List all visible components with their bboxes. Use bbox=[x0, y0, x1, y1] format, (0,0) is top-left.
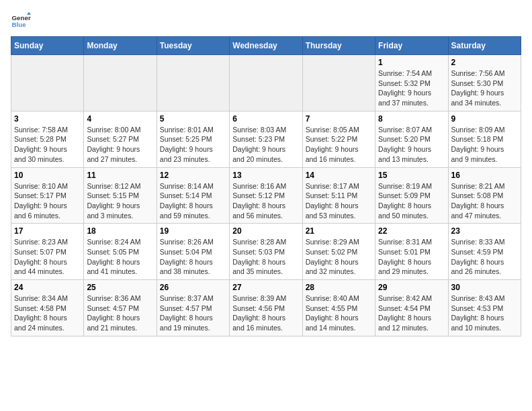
calendar-cell: 3Sunrise: 7:58 AM Sunset: 5:28 PM Daylig… bbox=[11, 111, 84, 167]
day-number: 7 bbox=[306, 114, 372, 124]
calendar-cell: 1Sunrise: 7:54 AM Sunset: 5:32 PM Daylig… bbox=[375, 55, 448, 111]
day-info: Sunrise: 7:54 AM Sunset: 5:32 PM Dayligh… bbox=[378, 68, 445, 108]
calendar-cell: 2Sunrise: 7:56 AM Sunset: 5:30 PM Daylig… bbox=[448, 55, 521, 111]
calendar-cell: 8Sunrise: 8:07 AM Sunset: 5:20 PM Daylig… bbox=[375, 111, 448, 167]
day-info: Sunrise: 8:37 AM Sunset: 4:57 PM Dayligh… bbox=[160, 293, 226, 333]
day-info: Sunrise: 8:34 AM Sunset: 4:58 PM Dayligh… bbox=[14, 293, 81, 333]
calendar-cell bbox=[11, 55, 84, 111]
calendar-cell: 25Sunrise: 8:36 AM Sunset: 4:57 PM Dayli… bbox=[84, 280, 157, 336]
day-number: 16 bbox=[451, 171, 518, 180]
calendar-cell bbox=[84, 55, 157, 111]
day-info: Sunrise: 8:40 AM Sunset: 4:55 PM Dayligh… bbox=[306, 293, 372, 333]
logo: General Blue bbox=[11, 11, 31, 31]
day-number: 30 bbox=[451, 283, 518, 292]
day-number: 13 bbox=[232, 171, 299, 180]
weekday-header-wednesday: Wednesday bbox=[230, 37, 302, 55]
day-info: Sunrise: 8:05 AM Sunset: 5:22 PM Dayligh… bbox=[306, 125, 372, 165]
calendar-cell: 16Sunrise: 8:21 AM Sunset: 5:08 PM Dayli… bbox=[448, 167, 521, 224]
day-info: Sunrise: 8:36 AM Sunset: 4:57 PM Dayligh… bbox=[87, 293, 153, 333]
weekday-header-friday: Friday bbox=[375, 37, 448, 55]
calendar-table: SundayMondayTuesdayWednesdayThursdayFrid… bbox=[11, 36, 521, 336]
page-header: General Blue bbox=[11, 11, 521, 31]
day-number: 12 bbox=[160, 171, 226, 180]
day-info: Sunrise: 8:16 AM Sunset: 5:12 PM Dayligh… bbox=[232, 181, 299, 221]
day-number: 9 bbox=[451, 114, 518, 124]
calendar-cell bbox=[302, 55, 375, 111]
day-number: 15 bbox=[378, 171, 445, 180]
calendar-cell: 27Sunrise: 8:39 AM Sunset: 4:56 PM Dayli… bbox=[230, 280, 302, 336]
day-number: 21 bbox=[306, 226, 372, 236]
day-info: Sunrise: 8:19 AM Sunset: 5:09 PM Dayligh… bbox=[378, 181, 445, 221]
calendar-cell: 20Sunrise: 8:28 AM Sunset: 5:03 PM Dayli… bbox=[230, 224, 302, 280]
day-info: Sunrise: 8:24 AM Sunset: 5:05 PM Dayligh… bbox=[87, 237, 153, 277]
day-number: 2 bbox=[451, 58, 518, 67]
day-number: 10 bbox=[14, 171, 81, 180]
calendar-cell: 26Sunrise: 8:37 AM Sunset: 4:57 PM Dayli… bbox=[157, 280, 229, 336]
day-number: 6 bbox=[232, 114, 299, 124]
calendar-cell: 5Sunrise: 8:01 AM Sunset: 5:25 PM Daylig… bbox=[157, 111, 229, 167]
day-number: 27 bbox=[232, 283, 299, 292]
calendar-cell: 14Sunrise: 8:17 AM Sunset: 5:11 PM Dayli… bbox=[302, 167, 375, 224]
day-number: 1 bbox=[378, 58, 445, 67]
calendar-week-4: 17Sunrise: 8:23 AM Sunset: 5:07 PM Dayli… bbox=[11, 224, 521, 280]
day-info: Sunrise: 8:23 AM Sunset: 5:07 PM Dayligh… bbox=[14, 237, 81, 277]
weekday-header-thursday: Thursday bbox=[302, 37, 375, 55]
day-info: Sunrise: 8:03 AM Sunset: 5:23 PM Dayligh… bbox=[232, 125, 299, 165]
day-info: Sunrise: 8:07 AM Sunset: 5:20 PM Dayligh… bbox=[378, 125, 445, 165]
day-info: Sunrise: 8:09 AM Sunset: 5:18 PM Dayligh… bbox=[451, 125, 518, 165]
calendar-cell bbox=[157, 55, 229, 111]
calendar-week-3: 10Sunrise: 8:10 AM Sunset: 5:17 PM Dayli… bbox=[11, 167, 521, 224]
calendar-cell: 15Sunrise: 8:19 AM Sunset: 5:09 PM Dayli… bbox=[375, 167, 448, 224]
calendar-cell: 18Sunrise: 8:24 AM Sunset: 5:05 PM Dayli… bbox=[84, 224, 157, 280]
day-number: 8 bbox=[378, 114, 445, 124]
svg-text:Blue: Blue bbox=[12, 21, 27, 28]
day-number: 11 bbox=[87, 171, 153, 180]
day-number: 17 bbox=[14, 226, 81, 236]
day-info: Sunrise: 8:31 AM Sunset: 5:01 PM Dayligh… bbox=[378, 237, 445, 277]
calendar-cell: 22Sunrise: 8:31 AM Sunset: 5:01 PM Dayli… bbox=[375, 224, 448, 280]
calendar-header: SundayMondayTuesdayWednesdayThursdayFrid… bbox=[11, 37, 521, 55]
calendar-week-2: 3Sunrise: 7:58 AM Sunset: 5:28 PM Daylig… bbox=[11, 111, 521, 167]
day-info: Sunrise: 8:17 AM Sunset: 5:11 PM Dayligh… bbox=[306, 181, 372, 221]
day-number: 5 bbox=[160, 114, 226, 124]
day-number: 4 bbox=[87, 114, 153, 124]
day-info: Sunrise: 8:26 AM Sunset: 5:04 PM Dayligh… bbox=[160, 237, 226, 277]
calendar-cell: 21Sunrise: 8:29 AM Sunset: 5:02 PM Dayli… bbox=[302, 224, 375, 280]
day-info: Sunrise: 8:29 AM Sunset: 5:02 PM Dayligh… bbox=[306, 237, 372, 277]
day-number: 29 bbox=[378, 283, 445, 292]
calendar-cell: 28Sunrise: 8:40 AM Sunset: 4:55 PM Dayli… bbox=[302, 280, 375, 336]
day-number: 23 bbox=[451, 226, 518, 236]
svg-text:General: General bbox=[12, 14, 32, 21]
calendar-week-1: 1Sunrise: 7:54 AM Sunset: 5:32 PM Daylig… bbox=[11, 55, 521, 111]
calendar-cell: 29Sunrise: 8:42 AM Sunset: 4:54 PM Dayli… bbox=[375, 280, 448, 336]
calendar-cell bbox=[230, 55, 302, 111]
calendar-cell: 9Sunrise: 8:09 AM Sunset: 5:18 PM Daylig… bbox=[448, 111, 521, 167]
day-number: 3 bbox=[14, 114, 81, 124]
calendar-cell: 17Sunrise: 8:23 AM Sunset: 5:07 PM Dayli… bbox=[11, 224, 84, 280]
day-info: Sunrise: 8:12 AM Sunset: 5:15 PM Dayligh… bbox=[87, 181, 153, 221]
calendar-week-5: 24Sunrise: 8:34 AM Sunset: 4:58 PM Dayli… bbox=[11, 280, 521, 336]
calendar-cell: 23Sunrise: 8:33 AM Sunset: 4:59 PM Dayli… bbox=[448, 224, 521, 280]
day-number: 20 bbox=[232, 226, 299, 236]
calendar-cell: 7Sunrise: 8:05 AM Sunset: 5:22 PM Daylig… bbox=[302, 111, 375, 167]
day-number: 26 bbox=[160, 283, 226, 292]
day-number: 19 bbox=[160, 226, 226, 236]
day-info: Sunrise: 8:14 AM Sunset: 5:14 PM Dayligh… bbox=[160, 181, 226, 221]
day-info: Sunrise: 7:56 AM Sunset: 5:30 PM Dayligh… bbox=[451, 68, 518, 108]
day-info: Sunrise: 8:43 AM Sunset: 4:53 PM Dayligh… bbox=[451, 293, 518, 333]
day-number: 22 bbox=[378, 226, 445, 236]
day-info: Sunrise: 8:01 AM Sunset: 5:25 PM Dayligh… bbox=[160, 125, 226, 165]
day-number: 24 bbox=[14, 283, 81, 292]
day-info: Sunrise: 8:10 AM Sunset: 5:17 PM Dayligh… bbox=[14, 181, 81, 221]
svg-marker-2 bbox=[27, 12, 31, 15]
day-info: Sunrise: 8:42 AM Sunset: 4:54 PM Dayligh… bbox=[378, 293, 445, 333]
calendar-cell: 24Sunrise: 8:34 AM Sunset: 4:58 PM Dayli… bbox=[11, 280, 84, 336]
day-info: Sunrise: 8:00 AM Sunset: 5:27 PM Dayligh… bbox=[87, 125, 153, 165]
calendar-cell: 4Sunrise: 8:00 AM Sunset: 5:27 PM Daylig… bbox=[84, 111, 157, 167]
calendar-cell: 11Sunrise: 8:12 AM Sunset: 5:15 PM Dayli… bbox=[84, 167, 157, 224]
weekday-header-row: SundayMondayTuesdayWednesdayThursdayFrid… bbox=[11, 37, 521, 55]
calendar-cell: 10Sunrise: 8:10 AM Sunset: 5:17 PM Dayli… bbox=[11, 167, 84, 224]
day-number: 25 bbox=[87, 283, 153, 292]
day-number: 14 bbox=[306, 171, 372, 180]
day-info: Sunrise: 7:58 AM Sunset: 5:28 PM Dayligh… bbox=[14, 125, 81, 165]
